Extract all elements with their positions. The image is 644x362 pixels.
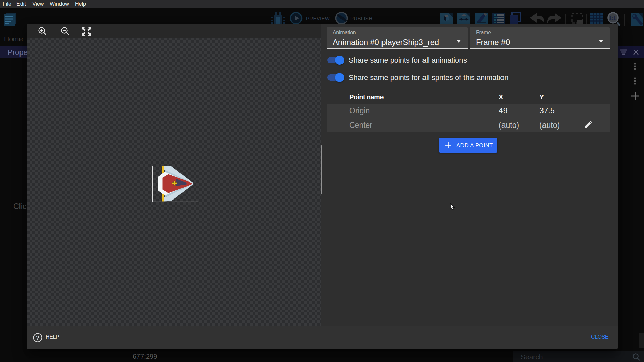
svg-text:PREVIEW: PREVIEW <box>306 15 330 21</box>
svg-text:?: ? <box>36 335 39 341</box>
svg-text:1:1: 1:1 <box>609 15 616 21</box>
svg-text:PUBLISH: PUBLISH <box>350 15 372 21</box>
